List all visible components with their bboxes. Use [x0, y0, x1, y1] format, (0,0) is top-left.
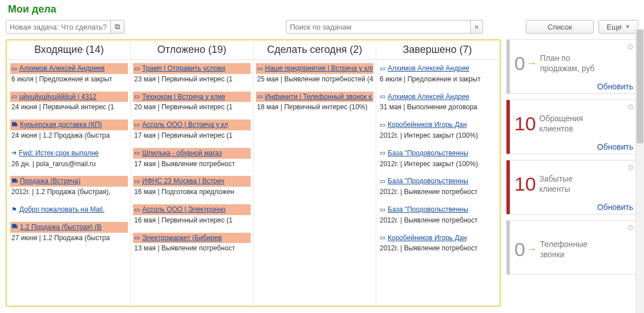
search-clear-button[interactable]: ×: [471, 20, 483, 34]
widget-value: 0→: [514, 238, 537, 261]
widget-value: 10: [514, 173, 536, 195]
task-card[interactable]: ▭База "Продовольственны2012г. | Выявлени…: [379, 176, 496, 197]
gear-icon[interactable]: ⚙: [627, 163, 634, 172]
widget-label: Телефонныезвонки: [540, 239, 588, 260]
task-card[interactable]: ▭Техноком | Встреча у клие20 мая | Перви…: [133, 92, 251, 113]
task-card[interactable]: ▭Шпилька - обувной магаз17 мая | Выявлен…: [133, 148, 251, 170]
toolbar: ⧉ × Список Еще ▼: [6, 20, 638, 34]
more-button-label: Еще: [606, 23, 621, 31]
task-link[interactable]: Техноком | Встреча у клие: [142, 92, 225, 102]
car-icon: ⛟: [11, 223, 18, 231]
task-meta: 23 мая | Первичный интерес (1: [133, 74, 251, 85]
task-card[interactable]: ▭Алхимов Алексей Андрее31 мая | Выполнен…: [379, 92, 496, 113]
page-title: Мои дела: [8, 3, 638, 15]
task-card[interactable]: ⛟Курьерская доставка (КП)24 июня | 1.2 П…: [10, 120, 128, 141]
doc-icon: ▭: [380, 64, 385, 73]
task-link[interactable]: ИФНС 23 Москва | Встреч: [142, 176, 225, 186]
column-header: Входящие (14): [8, 42, 130, 60]
task-card[interactable]: ▭Ассоль ООО | Встреча у кл17 мая | Перви…: [133, 120, 251, 141]
task-meta: 17 мая | Первичный интерес (1: [133, 130, 251, 141]
new-task-input[interactable]: [6, 20, 111, 34]
kanban-column: Отложено (19)▭Трамп | Отправить услови23…: [131, 42, 254, 304]
gear-icon[interactable]: ⚙: [627, 102, 634, 112]
refresh-link[interactable]: Обновить: [514, 203, 633, 212]
task-link[interactable]: Коробейников Игорь Дан: [388, 233, 467, 243]
task-link[interactable]: Трамп | Отправить услови: [142, 64, 225, 73]
task-card[interactable]: ▭База "Продовольственны2012г. | Выявлени…: [379, 204, 496, 226]
kanban-board: Входящие (14)▭Алхимов Алексей Андреев6 и…: [6, 39, 501, 307]
refresh-link[interactable]: Обновить: [514, 142, 633, 151]
task-card[interactable]: ▭Инфинити | Телефонный звонок клие18 мая…: [256, 92, 373, 113]
gear-icon[interactable]: ⚙: [627, 223, 634, 232]
task-meta: 27 июня | 1.2 Продажа (быстра: [10, 233, 128, 244]
task-link[interactable]: Наше предприятие | Встреча у клиент: [265, 64, 372, 73]
task-link[interactable]: Курьерская доставка (КП): [20, 120, 102, 130]
task-link[interactable]: Fwd: Истек срок выполне: [19, 149, 99, 158]
task-card[interactable]: ▭цйуцйуцйуцйййцй | 431224 июня | Первичн…: [10, 92, 128, 113]
task-link[interactable]: Алхимов Алексей Андрее: [388, 92, 470, 102]
task-link[interactable]: База "Продовольственны: [388, 176, 468, 186]
task-meta: 18 мая | Первичный интерес (10%): [256, 102, 373, 113]
task-link[interactable]: Продажа (Встреча): [20, 176, 81, 186]
new-task-expand-button[interactable]: ⧉: [111, 20, 124, 34]
task-meta: 13 мая | Выявление потребност: [133, 243, 251, 254]
task-card[interactable]: ▭Наше предприятие | Встреча у клиент25 м…: [256, 63, 373, 85]
task-link[interactable]: Электромаркет (Бибирев: [142, 233, 222, 243]
task-card[interactable]: ▭Алхимов Алексей Андреев6 июля | Предлож…: [10, 63, 128, 85]
column-body: ▭Алхимов Алексей Андрее6 июля | Предложе…: [376, 60, 498, 304]
doc-icon: ▭: [380, 149, 385, 157]
task-link[interactable]: Инфинити | Телефонный звонок клие: [265, 92, 372, 102]
task-card[interactable]: ▭Трамп | Отправить услови23 мая | Первич…: [133, 63, 251, 85]
task-link[interactable]: Алхимов Алексей Андрее: [388, 64, 470, 73]
task-card[interactable]: ▭ИФНС 23 Москва | Встреч16 мая | Подгото…: [133, 176, 251, 197]
widget-label: Забытыеклиенты: [539, 174, 573, 194]
doc-icon: ▭: [380, 205, 385, 214]
task-link[interactable]: Коробейников Игорь Дан: [388, 120, 467, 130]
task-link[interactable]: Алхимов Алексей Андреев: [19, 64, 105, 73]
task-card[interactable]: ⚑Добро пожаловать на Mail.: [10, 204, 128, 215]
task-link[interactable]: Добро пожаловать на Mail.: [19, 205, 105, 215]
arrow-icon: ➔: [11, 149, 16, 157]
task-card[interactable]: ▭Коробейников Игорь Дан2012г. | Интерес …: [379, 120, 496, 141]
task-link[interactable]: База "Продовольственны: [388, 149, 468, 158]
task-card[interactable]: ▭Ассоль ООО | Электронно16 мая | Первичн…: [133, 204, 251, 226]
task-meta: 26 дн. | pola_rarus@mail.ru: [10, 159, 128, 170]
column-header: Сделать сегодня (2): [254, 42, 376, 60]
task-card[interactable]: ▭Коробейников Игорь Дан2012г. | Выявлени…: [379, 233, 496, 254]
widget-value: 10: [514, 113, 536, 135]
scrollbar[interactable]: [635, 28, 644, 313]
task-meta: 2012г. | Выявление потребност: [379, 187, 496, 197]
refresh-link[interactable]: Обновить: [514, 82, 633, 91]
task-card[interactable]: ⛟Продажа (Встреча)2012г. | 1.2 Продажа (…: [10, 176, 128, 197]
task-link[interactable]: 1.2 Продажа (быстрая) (В: [20, 223, 102, 232]
task-card[interactable]: ⛟1.2 Продажа (быстрая) (В27 июня | 1.2 П…: [10, 222, 128, 244]
trend-arrow-icon: →: [526, 244, 537, 256]
list-view-button[interactable]: Список: [526, 20, 594, 34]
task-link[interactable]: цйуцйуцйуцйййцй | 4312: [19, 92, 97, 102]
column-body: ▭Трамп | Отправить услови23 мая | Первич…: [131, 60, 253, 304]
more-button[interactable]: Еще ▼: [599, 20, 638, 34]
dashboard-widget: ⚙10ОбращенияклиентовОбновить: [506, 100, 638, 154]
task-card[interactable]: ▭Электромаркет (Бибирев13 мая | Выявлени…: [133, 233, 251, 254]
task-link[interactable]: Ассоль ООО | Электронно: [142, 205, 226, 215]
widget-value: 0→: [514, 52, 537, 75]
task-card[interactable]: ▭База "Продовольственны2012г. | Интерес …: [379, 148, 496, 170]
task-link[interactable]: Шпилька - обувной магаз: [142, 149, 222, 158]
doc-icon: ▭: [134, 92, 140, 101]
gear-icon[interactable]: ⚙: [627, 42, 634, 51]
task-meta: 31 мая | Выполнение договора: [379, 102, 496, 113]
task-meta: 25 мая | Выявление потребностей (40%): [256, 74, 373, 85]
search-input[interactable]: [286, 20, 471, 34]
expand-icon: ⧉: [115, 22, 120, 31]
task-meta: 6 июля | Предложение и закрыт: [10, 74, 128, 85]
doc-icon: ▭: [134, 64, 140, 73]
dashboard-widget: ⚙10ЗабытыеклиентыОбновить: [506, 160, 638, 215]
task-link[interactable]: База "Продовольственны: [388, 205, 468, 215]
doc-icon: ▭: [380, 177, 385, 186]
task-card[interactable]: ➔Fwd: Истек срок выполне26 дн. | pola_ra…: [10, 148, 128, 170]
widget-label: Обращенияклиентов: [539, 113, 583, 134]
task-meta: 2012г. | Интерес закрыт (100%): [379, 159, 496, 170]
task-card[interactable]: ▭Алхимов Алексей Андрее6 июля | Предложе…: [379, 63, 496, 85]
task-link[interactable]: Ассоль ООО | Встреча у кл: [142, 120, 228, 130]
dashboard-widget: ⚙0→Телефонныезвонки: [506, 220, 638, 275]
